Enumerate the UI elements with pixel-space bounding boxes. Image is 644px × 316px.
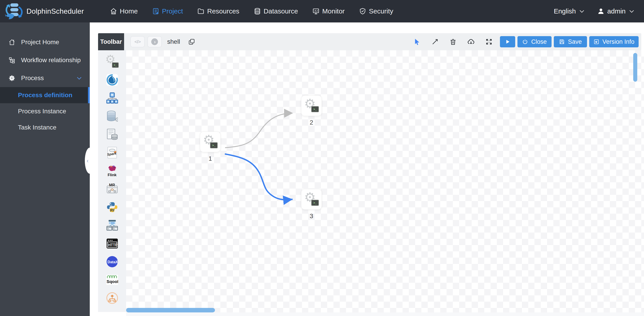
palette-item-datax[interactable]: DataX	[106, 256, 118, 268]
view-code-button[interactable]: </>	[130, 36, 145, 47]
home-icon	[110, 8, 117, 15]
sqoop-text: SqooP	[106, 279, 118, 284]
copy-icon[interactable]	[188, 38, 195, 45]
terminal-glyph: >_	[112, 62, 119, 68]
forward-button[interactable]: ›	[148, 36, 162, 47]
palette-item-waterdrop[interactable]	[106, 74, 118, 86]
username-label: admin	[607, 8, 626, 15]
submenu-label: Process Instance	[18, 108, 66, 115]
version-info-label: Version Info	[602, 38, 634, 45]
nav-label: Datasource	[264, 8, 298, 15]
workflow-name: shell	[167, 38, 180, 45]
monitor-icon	[312, 8, 320, 15]
palette-item-spark[interactable]: Spark	[106, 146, 118, 159]
sidebar-subitem-task-instance[interactable]: Task Instance	[0, 120, 90, 136]
sidebar-item-label: Workflow relationship	[21, 56, 81, 64]
close-button[interactable]: Close	[518, 36, 552, 47]
sidebar-subitem-process-instance[interactable]: Process Instance	[0, 103, 90, 120]
close-label: Close	[531, 38, 546, 45]
power-icon	[522, 39, 528, 45]
terminal-glyph: >_	[210, 142, 218, 148]
user-icon	[597, 8, 604, 15]
fullscreen-icon	[485, 38, 492, 45]
user-menu[interactable]: admin	[597, 8, 635, 15]
dolphinscheduler-app: DolphinScheduler Home Project Re	[0, 0, 644, 316]
submenu-label: Process definition	[18, 92, 72, 99]
task-node-3[interactable]: ⚙ >_ 3	[301, 189, 322, 210]
main-content: ‹ Toolbar </> › shell	[90, 22, 644, 316]
palette-item-conditions[interactable]	[106, 292, 118, 304]
task-palette: ⚙ >_	[98, 50, 126, 312]
flink-icon	[106, 165, 118, 173]
datax-icon: DataX	[106, 256, 118, 268]
brand[interactable]: DolphinScheduler	[4, 2, 84, 21]
sidebar-collapse-handle[interactable]: ‹	[85, 148, 95, 174]
submenu-label: Task Instance	[18, 124, 56, 131]
vertical-scrollbar[interactable]	[633, 53, 637, 82]
nav-label: Project	[162, 8, 183, 15]
nav-item-home[interactable]: Home	[110, 8, 138, 15]
nav-item-resources[interactable]: Resources	[197, 8, 239, 15]
save-button[interactable]: Save	[554, 36, 587, 47]
terminal-glyph: >_	[311, 200, 319, 206]
svg-text:>_: >_	[113, 228, 116, 230]
palette-item-mr[interactable]: MR	[106, 183, 118, 195]
delete-tool-button[interactable]	[448, 36, 458, 47]
palette-item-procedure[interactable]: ⚙	[106, 110, 118, 122]
shell-icon: ⚙ >_	[304, 193, 318, 206]
python-icon: py	[106, 201, 118, 213]
pointer-tool-button[interactable]	[412, 36, 422, 47]
nav-item-datasource[interactable]: Datasource	[254, 8, 298, 15]
python-text: py	[110, 208, 114, 212]
fullscreen-tool-button[interactable]	[484, 36, 494, 47]
datax-text: DataX	[108, 260, 118, 264]
nav-item-monitor[interactable]: Monitor	[312, 8, 345, 15]
main-nav: Home Project Resources Datasource	[110, 8, 393, 15]
edge-node1-node3[interactable]	[225, 154, 292, 200]
edge-node1-node2[interactable]	[225, 113, 292, 148]
palette-item-sqoop[interactable]: SqooP	[106, 274, 118, 286]
mr-icon: MR	[106, 183, 118, 195]
palette-item-python[interactable]: py	[106, 201, 118, 213]
sidebar-item-project-home[interactable]: Project Home	[0, 33, 90, 51]
play-icon	[505, 39, 510, 44]
brand-name: DolphinScheduler	[26, 7, 84, 16]
sidebar-item-workflow-relationship[interactable]: Workflow relationship	[0, 51, 90, 69]
palette-item-dependent[interactable]: >_ >_	[106, 219, 118, 232]
trash-icon	[450, 38, 457, 45]
palette-item-flink[interactable]: Flink	[106, 165, 118, 177]
chevron-left-icon: ‹	[86, 158, 89, 164]
save-label: Save	[568, 38, 582, 45]
task-node-label: 3	[301, 212, 322, 220]
spark-icon: Spark	[106, 147, 118, 158]
shield-icon	[359, 8, 366, 15]
task-node-1[interactable]: ⚙ >_ 1	[200, 132, 220, 152]
line-icon	[432, 38, 439, 45]
nav-label: Home	[120, 8, 138, 15]
language-selector[interactable]: English	[554, 8, 585, 15]
http-icon: HTTP	[106, 238, 118, 249]
dolphinscheduler-logo-icon	[4, 2, 23, 21]
task-node-2[interactable]: ⚙ >_ 2	[301, 96, 322, 116]
sidebar-subitem-process-definition[interactable]: Process definition	[0, 87, 90, 103]
dag-canvas[interactable]: ⚙ >_ 1 ⚙ >_ 2 ⚙ >_ 3	[126, 50, 644, 316]
dag-edges	[126, 50, 644, 316]
database-icon	[254, 8, 261, 15]
sidebar-item-process[interactable]: Process	[0, 69, 90, 87]
palette-item-shell[interactable]: ⚙ >_	[106, 56, 118, 68]
sql-icon	[106, 128, 118, 140]
line-tool-button[interactable]	[430, 36, 440, 47]
toolbar-tab: Toolbar	[98, 33, 124, 50]
nav-item-security[interactable]: Security	[359, 8, 393, 15]
run-button[interactable]	[500, 36, 515, 47]
nav-item-project[interactable]: Project	[152, 8, 183, 15]
chevron-down-icon	[628, 8, 635, 14]
language-label: English	[554, 8, 576, 15]
terminal-glyph: >_	[311, 106, 319, 112]
download-tool-button[interactable]	[466, 36, 476, 47]
horizontal-scrollbar[interactable]	[126, 308, 215, 312]
palette-item-sub-process[interactable]	[106, 92, 118, 104]
palette-item-sql[interactable]	[106, 128, 118, 140]
version-info-button[interactable]: Version Info	[589, 36, 638, 47]
palette-item-http[interactable]: HTTP	[106, 238, 118, 250]
